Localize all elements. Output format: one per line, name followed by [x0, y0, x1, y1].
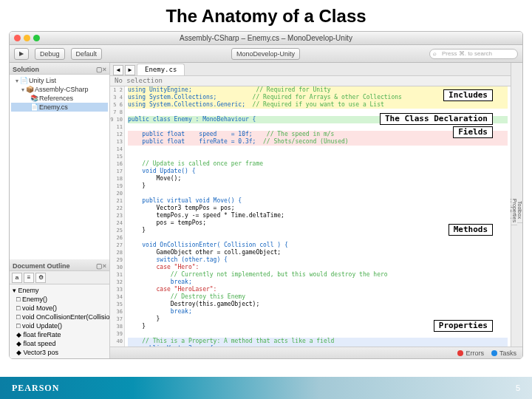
- editor-area: ◀ ▶ Enemy.cs No selection 1 2 3 4 5 6 7 …: [110, 63, 522, 358]
- page-number: 5: [516, 383, 520, 392]
- outline-item[interactable]: □ void Move(): [13, 304, 106, 313]
- outline-item[interactable]: ◆ float fireRate: [13, 330, 106, 339]
- pane-close-icon[interactable]: ▢×: [96, 66, 106, 73]
- tree-item-selected[interactable]: 📄Enemy.cs: [11, 103, 108, 112]
- app-label: MonoDevelop-Unity: [231, 48, 300, 60]
- outline-pane-header: Document Outline ▢×: [10, 259, 109, 271]
- callout-methods: Methods: [449, 224, 493, 236]
- status-tasks[interactable]: Tasks: [491, 349, 516, 357]
- nav-fwd-icon[interactable]: ▶: [125, 65, 135, 75]
- toolbar: Debug Default MonoDevelop-Unity Press ⌘.…: [10, 45, 522, 63]
- tree-item[interactable]: 📦Assembly-CSharp: [11, 85, 108, 94]
- right-rail: Toolbox Properties Unit Tests: [511, 63, 522, 358]
- solution-pane-title: Solution: [13, 66, 39, 73]
- nav-back-icon[interactable]: ◀: [113, 65, 123, 75]
- config-select[interactable]: Debug: [35, 48, 65, 60]
- outline-sort-icon[interactable]: a: [12, 273, 22, 283]
- target-select[interactable]: Default: [71, 48, 103, 60]
- callout-class-declaration: The Class Declaration: [380, 113, 493, 125]
- outline-toolbar: a ≡ ⚙: [10, 271, 109, 284]
- slide-footer: PEARSON 5: [0, 377, 532, 399]
- outline-item[interactable]: ◆ float speed: [13, 339, 106, 348]
- window-titlebar: Assembly-CSharp – Enemy.cs – MonoDevelop…: [10, 32, 522, 45]
- status-errors[interactable]: Errors: [457, 349, 484, 357]
- outline-pane-title: Document Outline: [13, 262, 70, 270]
- file-tab[interactable]: Enemy.cs: [137, 64, 185, 75]
- sidebar: Solution ▢× 📄Unity List 📦Assembly-CSharp…: [10, 63, 110, 358]
- tree-item[interactable]: 📚References: [11, 94, 108, 103]
- rail-toolbox[interactable]: Toolbox: [517, 198, 522, 222]
- outline-item[interactable]: ◆ Vector3 pos: [13, 348, 106, 357]
- search-input[interactable]: Press ⌘. to search: [429, 49, 518, 59]
- outline-item[interactable]: □ void Update(): [13, 321, 106, 330]
- solution-tree[interactable]: 📄Unity List 📦Assembly-CSharp 📚References…: [10, 75, 109, 259]
- solution-pane-header: Solution ▢×: [10, 63, 109, 75]
- outline-list[interactable]: ▾ Enemy □ Enemy() □ void Move() □ void O…: [10, 284, 109, 358]
- rail-properties[interactable]: Properties: [512, 196, 517, 226]
- outline-item[interactable]: □ void OnCollisionEnter(Collision): [13, 313, 106, 321]
- ide-window: Assembly-CSharp – Enemy.cs – MonoDevelop…: [9, 31, 523, 359]
- tree-item[interactable]: 📄Unity List: [11, 76, 108, 85]
- outline-item[interactable]: ▾ Enemy: [13, 286, 106, 295]
- callout-includes: Includes: [443, 89, 493, 101]
- pane-close-icon[interactable]: ▢×: [96, 262, 106, 270]
- brand-logo: PEARSON: [12, 383, 59, 394]
- outline-filter-icon[interactable]: ⚙: [35, 273, 46, 283]
- run-button[interactable]: [14, 48, 29, 60]
- slide-title: The Anatomy of a Class: [0, 0, 532, 31]
- outline-item[interactable]: □ Enemy(): [13, 295, 106, 304]
- window-title: Assembly-CSharp – Enemy.cs – MonoDevelop…: [10, 34, 522, 42]
- line-gutter: 1 2 3 4 5 6 7 8 9 10 11 12 13 14 15 16 1…: [110, 86, 125, 358]
- tab-strip: ◀ ▶ Enemy.cs: [110, 63, 511, 76]
- callout-properties: Properties: [434, 320, 493, 332]
- status-bar: Errors Tasks: [110, 347, 522, 358]
- callout-fields: Fields: [453, 126, 493, 138]
- breadcrumb[interactable]: No selection: [110, 76, 511, 86]
- outline-group-icon[interactable]: ≡: [24, 273, 34, 283]
- code-editor[interactable]: ◀ ▶ Enemy.cs No selection 1 2 3 4 5 6 7 …: [110, 63, 511, 358]
- ide-body: Solution ▢× 📄Unity List 📦Assembly-CSharp…: [10, 63, 522, 358]
